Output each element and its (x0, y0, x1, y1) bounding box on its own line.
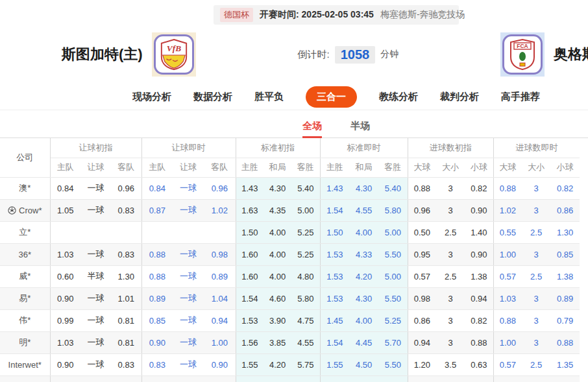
handicap-initial-away: 0.81 (111, 331, 141, 353)
goals-initial-line: 3 (436, 243, 465, 265)
company-cell[interactable]: 伟* (0, 309, 50, 331)
table-row-partial (0, 376, 580, 382)
away-team: FCA 奥格斯堡 (500, 32, 588, 77)
company-name: 伟* (19, 315, 31, 326)
table-row[interactable]: 立* 1.50 4.00 5.25 1.50 4.00 5.00 0.50 2.… (0, 221, 580, 243)
odds-table-body: 澳* 0.84 一球 0.96 0.84 一球 0.96 1.43 4.30 5… (0, 177, 580, 382)
goals-initial-under: 0.94 (465, 287, 493, 309)
handicap-initial-away: 1.01 (111, 287, 141, 309)
nav-tab-referee-analysis[interactable]: 裁判分析 (440, 91, 479, 103)
handicap-initial-away: 0.96 (111, 177, 141, 199)
goals-live-under: 0.89 (550, 287, 580, 309)
goals-live-under: 0.88 (550, 331, 580, 353)
company-cell[interactable]: Interwet* (0, 353, 50, 376)
col-header: 客胜 (291, 158, 320, 177)
company-cell[interactable]: 立* (0, 221, 50, 243)
handicap-live-home (141, 221, 173, 243)
nav-tab-coach-analysis[interactable]: 教练分析 (379, 91, 418, 103)
goals-initial-over: 1.20 (408, 353, 436, 376)
handicap-live-away: 1.02 (204, 199, 236, 221)
table-row[interactable]: Crow* 1.05 一球 0.83 0.87 一球 1.02 1.63 4.3… (0, 199, 580, 221)
nav-tab-expert-picks[interactable]: 高手推荐 (501, 91, 540, 103)
goals-live-over: 0.55 (493, 221, 522, 243)
tab-full-match[interactable]: 全场 (302, 110, 322, 138)
std-live-draw: 4.00 (349, 309, 378, 331)
company-cell[interactable]: 明* (0, 331, 50, 353)
std-initial-away-win: 5.25 (291, 221, 320, 243)
svg-text:FCA: FCA (517, 43, 528, 49)
handicap-live-away: 0.89 (204, 265, 236, 287)
handicap-initial-line: 半球 (80, 265, 111, 287)
goals-live-under: 0.82 (550, 177, 580, 199)
handicap-live-line: 一球 (173, 309, 204, 331)
company-cell[interactable]: 澳* (0, 177, 50, 199)
goals-live-under: 1.30 (550, 221, 580, 243)
company-cell[interactable]: 36* (0, 243, 50, 265)
company-cell[interactable]: 威* (0, 265, 50, 287)
col-header: 客队 (111, 158, 141, 177)
std-live-draw: 4.33 (349, 243, 378, 265)
table-row[interactable]: 易* 0.90 一球 1.01 0.89 一球 1.04 1.54 4.60 5… (0, 287, 580, 309)
augsburg-crest-icon: FCA (509, 39, 535, 70)
goals-initial-under: 1.38 (465, 265, 493, 287)
handicap-live-home: 0.83 (141, 353, 173, 376)
col-header: 小球 (465, 158, 493, 177)
table-row[interactable]: Interwet* 0.90 一球 0.83 0.83 一球 0.90 1.55… (0, 353, 580, 376)
std-live-home-win: 1.53 (320, 265, 349, 287)
handicap-initial-away: 0.83 (111, 353, 141, 376)
handicap-live-away: 0.96 (204, 177, 236, 199)
std-initial-home-win: 1.53 (236, 309, 263, 331)
goals-live-over: 0.88 (493, 177, 522, 199)
goals-live-line: 3 (522, 331, 550, 353)
std-initial-away-win: 5.25 (291, 243, 320, 265)
goals-live-over: 1.02 (493, 199, 522, 221)
handicap-live-line: 一球 (173, 353, 204, 376)
std-initial-away-win: 4.75 (291, 309, 320, 331)
kickoff-label: 开赛时间: (260, 9, 299, 19)
company-cell[interactable]: 易* (0, 287, 50, 309)
team-header: 斯图加特(主) VfB 倒计时: 1058 分钟 (0, 25, 588, 84)
venue: 梅塞德斯-奔驰竞技场 (380, 9, 465, 21)
handicap-live-away: 1.04 (204, 287, 236, 309)
handicap-live-away: 0.94 (204, 309, 236, 331)
goals-initial-over: 0.88 (408, 177, 436, 199)
col-header: 大小 (522, 158, 550, 177)
nav-tab-three-in-one[interactable]: 三合一 (306, 86, 357, 108)
std-live-away-win: 5.50 (378, 243, 408, 265)
std-live-draw: 4.20 (349, 265, 378, 287)
col-header: 和局 (263, 158, 291, 177)
col-header: 大小 (436, 158, 465, 177)
nav-tab-win-draw-lose[interactable]: 胜平负 (254, 91, 284, 103)
company-cell[interactable]: Crow* (0, 199, 50, 221)
company-name: Interwet* (8, 360, 42, 370)
nav-tab-live-analysis[interactable]: 现场分析 (132, 91, 171, 103)
goals-live-over: 1.03 (493, 287, 522, 309)
std-initial-away-win: 5.40 (291, 177, 320, 199)
std-initial-away-win: 4.55 (291, 331, 320, 353)
tab-half-match[interactable]: 半场 (350, 110, 370, 138)
table-row[interactable]: 明* 1.03 一球 0.81 0.90 一球 1.00 1.56 3.85 4… (0, 331, 580, 353)
away-team-logo: FCA (500, 32, 545, 77)
handicap-initial-line: 一球 (80, 331, 111, 353)
std-live-home-win: 1.50 (320, 221, 349, 243)
handicap-live-away: 0.98 (204, 243, 236, 265)
handicap-initial-line (80, 221, 111, 243)
table-row[interactable]: 36* 1.03 一球 0.83 0.88 一球 0.98 1.60 4.00 … (0, 243, 580, 265)
col-header: 客胜 (378, 158, 408, 177)
goals-initial-over: 0.86 (408, 309, 436, 331)
goals-initial-line: 2.5 (436, 221, 465, 243)
col-header: 主队 (50, 158, 80, 177)
nav-tab-data-analysis[interactable]: 数据分析 (193, 91, 232, 103)
group-header-handicap-live: 让球即时 (141, 138, 236, 158)
table-row[interactable]: 威* 0.60 半球 1.30 0.88 一球 0.89 1.60 4.00 4… (0, 265, 580, 287)
std-initial-home-win: 1.63 (236, 199, 263, 221)
goals-live-under: 1.38 (550, 265, 580, 287)
countdown: 倒计时: 1058 分钟 (196, 46, 500, 64)
goals-live-under: 0.85 (550, 243, 580, 265)
company-name: 威* (19, 270, 31, 282)
goals-live-line: 3 (522, 243, 550, 265)
std-initial-away-win: 4.80 (291, 265, 320, 287)
table-row[interactable]: 澳* 0.84 一球 0.96 0.84 一球 0.96 1.43 4.30 5… (0, 177, 580, 199)
table-row[interactable]: 伟* 0.99 一球 0.81 0.85 一球 0.94 1.53 3.90 4… (0, 309, 580, 331)
home-team: 斯图加特(主) VfB (62, 32, 196, 77)
